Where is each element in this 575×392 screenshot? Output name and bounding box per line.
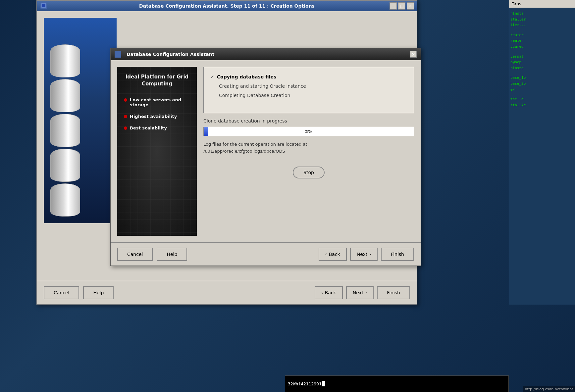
right-line-14: stallAc <box>510 102 574 108</box>
outer-window-controls: ─ □ ✕ <box>390 2 414 10</box>
outer-finish-button[interactable]: Finish <box>377 286 410 299</box>
next-label: Next <box>357 252 368 257</box>
app-icon <box>40 2 48 11</box>
step-label-2: Creating and starting Oracle instance <box>219 83 306 89</box>
right-line-7: versal <box>510 54 574 60</box>
outer-bottom-bar: Cancel Help ‹ Back Next › Finish <box>37 281 417 304</box>
outer-bottom-left-buttons: Cancel Help <box>44 286 114 299</box>
outer-bottom-right-buttons: ‹ Back Next › Finish <box>315 286 410 299</box>
inner-close-button[interactable]: × <box>410 51 417 58</box>
log-path-section: Log files for the current operation are … <box>203 141 414 155</box>
outer-titlebar: Database Configuration Assistant, Step 1… <box>37 1 417 11</box>
next-button[interactable]: Next › <box>350 248 378 261</box>
bottom-left-buttons: Cancel Help <box>117 248 187 261</box>
bullet-item-1: Low cost servers and storage <box>124 97 190 107</box>
outer-cancel-button[interactable]: Cancel <box>44 286 79 299</box>
right-line-10: base_1o <box>510 75 574 81</box>
outer-next-arrow: › <box>365 290 367 295</box>
next-arrow-icon: › <box>369 252 371 257</box>
finish-button[interactable]: Finish <box>381 248 414 261</box>
progress-bar-container: 2% <box>203 127 414 136</box>
inner-dialog: Database Configuration Assistant × Ideal… <box>110 48 421 266</box>
terminal-input-area: 32Whf42112991 <box>285 375 509 392</box>
step-item-3: Completing Database Creation <box>210 91 407 100</box>
bullet-label-3: Best scalability <box>130 125 167 130</box>
log-path-label: Log files for the current operation are … <box>203 141 414 148</box>
back-arrow-icon: ‹ <box>325 252 327 257</box>
terminal-cursor <box>322 381 325 386</box>
outer-back-label: Back <box>325 290 336 295</box>
stop-button[interactable]: Stop <box>293 167 325 178</box>
outer-window-title: Database Configuration Assistant, Step 1… <box>139 3 315 9</box>
terminal-content: 32Whf42112991 <box>288 381 322 386</box>
right-line-12: e/ <box>510 87 574 93</box>
step-item-2: Creating and starting Oracle instance <box>210 81 407 91</box>
panel-title: Ideal Platform for Grid Computing <box>124 74 190 87</box>
minimize-button[interactable]: ─ <box>390 2 397 10</box>
bullet-dot-3 <box>124 126 127 130</box>
right-line-1: nInsta <box>510 11 574 17</box>
outer-back-arrow: ‹ <box>321 290 323 295</box>
back-button[interactable]: ‹ Back <box>319 248 347 261</box>
inner-dialog-titlebar: Database Configuration Assistant × <box>111 48 421 60</box>
right-line-2: staller <box>510 17 574 23</box>
step-label-1: Copying database files <box>217 74 276 79</box>
close-outer-button[interactable]: ✕ <box>407 2 414 10</box>
stop-button-container: Stop <box>203 167 414 178</box>
inner-dialog-icon <box>115 51 121 58</box>
outer-next-label: Next <box>353 290 364 295</box>
help-button[interactable]: Help <box>157 248 187 261</box>
svg-rect-2 <box>42 4 45 7</box>
progress-bar-text: 2% <box>305 129 312 134</box>
step-item-1: ✓ Copying database files <box>210 72 407 81</box>
right-sidebar-panel: Tabs nInsta staller ller... reater reate… <box>509 0 575 305</box>
bullet-dot-1 <box>124 98 127 102</box>
bullet-label-1: Low cost servers and storage <box>130 97 190 107</box>
inner-dialog-content: Ideal Platform for Grid Computing Low co… <box>111 60 421 242</box>
right-line-8: e@ocp <box>510 59 574 65</box>
bullet-item-3: Best scalability <box>124 125 190 130</box>
restore-button[interactable]: □ <box>398 2 405 10</box>
outer-back-button[interactable]: ‹ Back <box>315 286 343 299</box>
right-panel-tabs-label: Tabs <box>509 0 575 8</box>
bullet-item-2: Highest availability <box>124 114 190 119</box>
bullet-dot-2 <box>124 115 127 118</box>
cancel-button[interactable]: Cancel <box>117 248 153 261</box>
progress-section: Clone database creation in progress 2% <box>203 118 414 136</box>
inner-bottom-bar: Cancel Help ‹ Back Next › Finish <box>111 242 421 266</box>
right-panel-text: nInsta staller ller... reater reater .gu… <box>509 8 575 111</box>
bottom-right-buttons: ‹ Back Next › Finish <box>319 248 414 261</box>
progress-label: Clone database creation in progress <box>203 118 414 123</box>
right-content-area: ✓ Copying database files Creating and st… <box>203 67 414 236</box>
right-line-6: .gured <box>510 44 574 50</box>
back-label: Back <box>329 252 340 257</box>
right-line-5: reater <box>510 38 574 44</box>
right-line-9: nInsta <box>510 65 574 71</box>
right-line-13: the lo <box>510 96 574 102</box>
bullet-label-2: Highest availability <box>130 114 177 119</box>
outer-next-button[interactable]: Next › <box>346 286 374 299</box>
outer-help-button[interactable]: Help <box>83 286 114 299</box>
step-check-1: ✓ <box>210 74 214 79</box>
left-decorative-image <box>44 18 117 223</box>
watermark: http://blog.csdn.net/wonhf <box>523 386 575 392</box>
steps-box: ✓ Copying database files Creating and st… <box>203 67 414 113</box>
right-line-11: base_2o <box>510 81 574 87</box>
outer-window: Database Configuration Assistant, Step 1… <box>36 0 417 305</box>
right-line-3: ller... <box>510 22 574 28</box>
inner-dialog-title: Database Configuration Assistant <box>127 52 214 57</box>
right-line-4: reater <box>510 32 574 38</box>
feature-panel: Ideal Platform for Grid Computing Low co… <box>117 67 197 236</box>
progress-bar-fill <box>204 127 208 136</box>
log-path-value: /u01/app/oracle/cfgtoollogs/dbca/ODS <box>203 148 414 155</box>
step-label-3: Completing Database Creation <box>219 93 290 98</box>
